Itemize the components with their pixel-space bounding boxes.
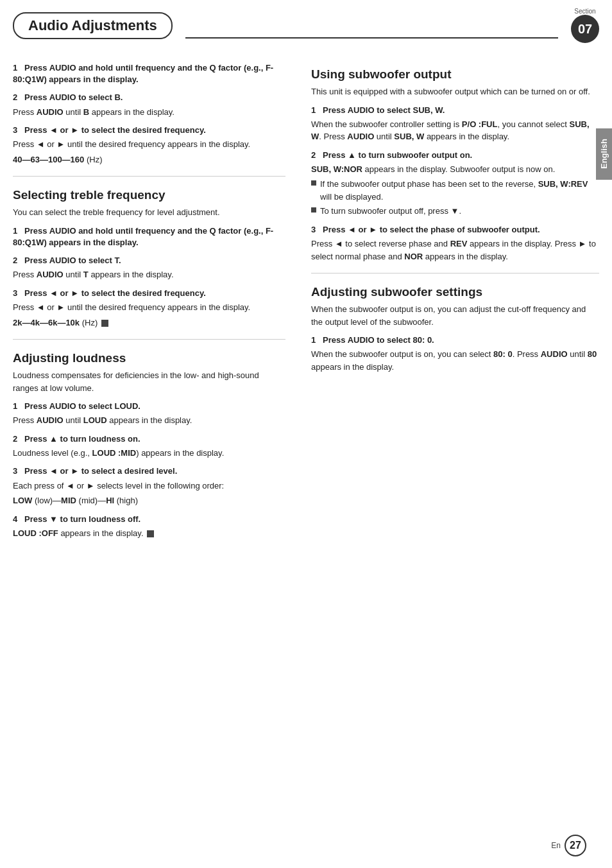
section-number: 07 (571, 15, 599, 43)
divider-loudness (13, 339, 285, 340)
treble-step3-heading: 3 Press ◄ or ► to select the desired fre… (13, 288, 285, 299)
bass-step2-body: Press AUDIO until B appears in the displ… (13, 106, 285, 119)
treble-step1-heading: 1 Press AUDIO and hold until frequency a… (13, 225, 285, 248)
loudness-step3-body: Each press of ◄ or ► selects level in th… (13, 480, 285, 492)
loudness-step2-heading: 2 Press ▲ to turn loudness on. (13, 433, 285, 445)
subwoofer-output-section: Using subwoofer output This unit is equi… (311, 67, 599, 263)
section-label: Section (574, 8, 595, 15)
loudness-heading: Adjusting loudness (13, 351, 285, 365)
bass-step1-heading: 1 Press AUDIO and hold until frequency a… (13, 62, 285, 85)
bullet-icon-2 (311, 207, 316, 213)
treble-heading: Selecting treble frequency (13, 188, 285, 202)
subwoofer-output-intro: This unit is equipped with a subwoofer o… (311, 85, 599, 98)
loudness-step3-heading: 3 Press ◄ or ► to select a desired level… (13, 465, 285, 477)
footer-page-number: 27 (565, 835, 586, 856)
sub-settings-step1-body: When the subwoofer output is on, you can… (311, 348, 599, 373)
treble-intro: You can select the treble frequency for … (13, 206, 285, 219)
loudness-step3-note: LOW (low)—MID (mid)—HI (high) (13, 494, 285, 507)
loudness-step4-heading: 4 Press ▼ to turn loudness off. (13, 514, 285, 525)
footer-en-label: En (551, 841, 561, 850)
treble-section: Selecting treble frequency You can selec… (13, 188, 285, 329)
page-header: Audio Adjustments Section 07 (0, 0, 612, 43)
loudness-step1-heading: 1 Press AUDIO to select LOUD. (13, 401, 285, 412)
sub-step2-heading: 2 Press ▲ to turn subwoofer output on. (311, 150, 599, 161)
page-footer: En 27 (551, 835, 586, 856)
sub-step3-body: Press ◄ to select reverse phase and REV … (311, 238, 599, 263)
bass-step2-heading: 2 Press AUDIO to select B. (13, 92, 285, 103)
bass-step3-heading: 3 Press ◄ or ► to select the desired fre… (13, 125, 285, 136)
square-icon (101, 320, 108, 327)
sub-step3-heading: 3 Press ◄ or ► to select the phase of su… (311, 224, 599, 236)
subwoofer-settings-intro: When the subwoofer output is on, you can… (311, 303, 599, 328)
subwoofer-settings-section: Adjusting subwoofer settings When the su… (311, 285, 599, 373)
sub-step2-body: SUB, W:NOR appears in the display. Subwo… (311, 163, 599, 176)
loudness-step1-body: Press AUDIO until LOUD appears in the di… (13, 414, 285, 427)
loudness-intro: Loudness compensates for deficiencies in… (13, 369, 285, 394)
sub-step1-heading: 1 Press AUDIO to select SUB, W. (311, 105, 599, 116)
bass-steps: 1 Press AUDIO and hold until frequency a… (13, 62, 285, 166)
right-column: Using subwoofer output This unit is equi… (305, 56, 599, 542)
loudness-step4-body: LOUD :OFF appears in the display. (13, 527, 285, 540)
bullet-icon-1 (311, 180, 316, 186)
divider-treble (13, 176, 285, 177)
loudness-step2-body: Loudness level (e.g., LOUD :MID) appears… (13, 447, 285, 460)
left-column: 1 Press AUDIO and hold until frequency a… (13, 56, 305, 542)
bass-step3-note: 40—63—100—160 (Hz) (13, 153, 285, 166)
treble-step2-heading: 2 Press AUDIO to select T. (13, 255, 285, 266)
section-badge: Section 07 (571, 8, 599, 43)
sub-bullet-2: To turn subwoofer output off, press ▼. (311, 205, 599, 218)
main-content: 1 Press AUDIO and hold until frequency a… (0, 43, 612, 555)
page-title: Audio Adjustments (13, 12, 173, 39)
bass-step3-body: Press ◄ or ► until the desired frequency… (13, 138, 285, 151)
treble-step2-body: Press AUDIO until T appears in the displ… (13, 268, 285, 281)
language-sidebar: English (596, 128, 612, 180)
sub-bullet-1: If the subwoofer output phase has been s… (311, 178, 599, 203)
square-icon-2 (147, 530, 154, 537)
sub-bullet-1-text: If the subwoofer output phase has been s… (320, 178, 599, 203)
sub-step1-body: When the subwoofer controller setting is… (311, 118, 599, 143)
subwoofer-settings-heading: Adjusting subwoofer settings (311, 285, 599, 299)
sub-settings-step1-heading: 1 Press AUDIO to select 80: 0. (311, 334, 599, 346)
loudness-section: Adjusting loudness Loudness compensates … (13, 351, 285, 539)
subwoofer-output-heading: Using subwoofer output (311, 67, 599, 82)
header-divider (185, 19, 558, 39)
divider-sub-settings (311, 273, 599, 273)
sub-bullet-2-text: To turn subwoofer output off, press ▼. (320, 205, 461, 218)
treble-step3-note: 2k—4k—6k—10k (Hz) (13, 317, 285, 329)
treble-step3-body: Press ◄ or ► until the desired frequency… (13, 301, 285, 314)
